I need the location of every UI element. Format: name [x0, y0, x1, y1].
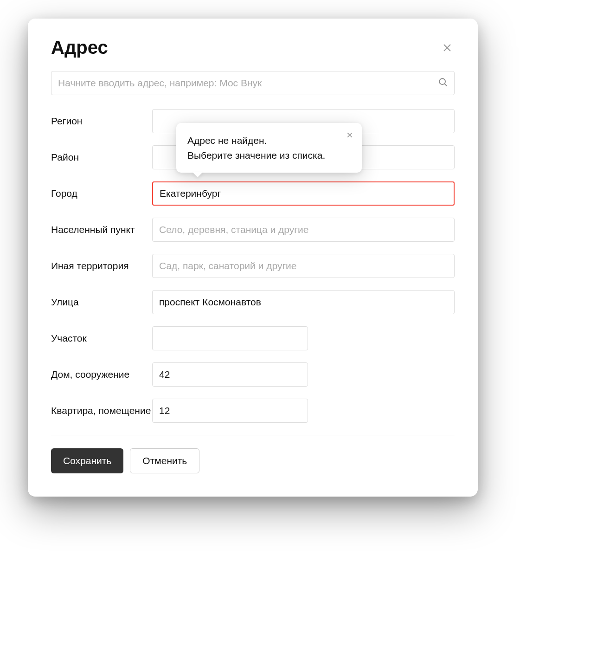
row-house: Дом, сооружение	[51, 362, 455, 387]
address-search-input[interactable]	[51, 71, 455, 95]
close-icon	[346, 131, 353, 139]
cancel-button[interactable]: Отменить	[130, 448, 199, 473]
close-icon	[442, 42, 453, 53]
row-plot: Участок	[51, 326, 455, 350]
label-house: Дом, сооружение	[51, 362, 152, 381]
tooltip-arrow	[192, 172, 203, 177]
modal-header: Адрес	[51, 37, 455, 58]
address-modal: Адрес Регион Район Город Населенный пунк…	[28, 19, 478, 497]
label-territory: Иная территория	[51, 254, 152, 272]
address-not-found-tooltip: Адрес не найден. Выберите значение из сп…	[176, 123, 362, 173]
label-region: Регион	[51, 109, 152, 127]
label-plot: Участок	[51, 326, 152, 344]
input-plot[interactable]	[152, 326, 308, 350]
svg-line-3	[444, 84, 447, 86]
input-street[interactable]	[152, 290, 455, 314]
label-district: Район	[51, 145, 152, 163]
close-button[interactable]	[440, 40, 455, 55]
search-icon	[438, 77, 448, 89]
label-city: Город	[51, 181, 152, 200]
divider	[51, 435, 455, 435]
row-apartment: Квартира, помещение	[51, 399, 455, 423]
input-apartment[interactable]	[152, 399, 308, 423]
modal-title: Адрес	[51, 37, 108, 58]
input-house[interactable]	[152, 362, 308, 387]
row-territory: Иная территория	[51, 254, 455, 278]
input-settlement[interactable]	[152, 218, 455, 242]
row-settlement: Населенный пункт	[51, 218, 455, 242]
input-city[interactable]	[152, 181, 455, 206]
label-apartment: Квартира, помещение	[51, 399, 152, 417]
tooltip-text: Адрес не найден. Выберите значение из сп…	[187, 133, 334, 162]
row-street: Улица	[51, 290, 455, 314]
tooltip-close-button[interactable]	[344, 129, 355, 141]
button-row: Сохранить Отменить	[51, 448, 455, 473]
input-territory[interactable]	[152, 254, 455, 278]
label-street: Улица	[51, 290, 152, 308]
svg-point-2	[439, 78, 445, 84]
label-settlement: Населенный пункт	[51, 218, 152, 236]
row-city: Город	[51, 181, 455, 206]
save-button[interactable]: Сохранить	[51, 448, 123, 473]
search-row	[51, 71, 455, 95]
